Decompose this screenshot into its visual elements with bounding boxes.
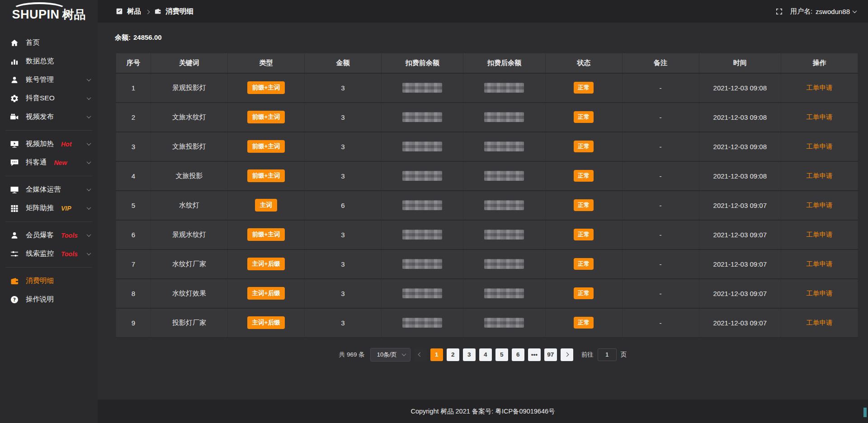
user-icon <box>10 231 19 240</box>
cell-amount: 3 <box>305 308 382 338</box>
footer: Copyright 树品 2021 备案号: 粤ICP备09019646号 <box>98 400 868 423</box>
wallet-icon <box>10 277 19 286</box>
page-button-1[interactable]: 1 <box>430 348 443 361</box>
sidebar-item-11[interactable]: 线索监控Tools <box>0 244 98 263</box>
cell-amount: 3 <box>305 249 382 279</box>
sidebar-item-2[interactable]: 数据总览 <box>0 52 98 70</box>
cell-status: 正常 <box>545 220 622 249</box>
masked-balance-before <box>402 288 442 298</box>
work-order-link[interactable]: 工单申请 <box>806 231 832 238</box>
type-badge: 前缀+主词 <box>247 169 285 182</box>
page-button-3[interactable]: 3 <box>463 348 476 361</box>
work-order-link[interactable]: 工单申请 <box>806 143 832 150</box>
username-value: zswodun88 <box>816 8 850 15</box>
column-header: 时间 <box>699 53 781 73</box>
sidebar-item-label: 会员爆客 <box>26 230 54 240</box>
cell-index: 2 <box>116 103 151 132</box>
sidebar-item-badge: New <box>54 159 67 166</box>
page-buttons: 123456•••97 <box>430 348 557 361</box>
type-badge: 前缀+主词 <box>247 228 285 241</box>
column-header: 关键词 <box>151 53 228 73</box>
app-logo[interactable]: SHUPIN 树品 <box>0 0 98 29</box>
column-header: 序号 <box>116 53 151 73</box>
page-size-select[interactable]: 10条/页 <box>370 348 410 362</box>
chevron-down-icon <box>87 251 91 255</box>
cell-note: - <box>622 161 699 191</box>
column-header: 类型 <box>228 53 305 73</box>
sidebar-item-7[interactable]: 抖客通New <box>0 153 98 172</box>
page-button-2[interactable]: 2 <box>447 348 459 361</box>
sidebar-item-12[interactable]: 消费明细 <box>0 272 98 290</box>
cell-pre-balance <box>382 132 463 161</box>
breadcrumb-root[interactable]: 树品 <box>127 7 141 16</box>
cell-post-balance <box>463 308 545 338</box>
fullscreen-icon[interactable] <box>775 8 783 15</box>
cell-action: 工单申请 <box>781 279 858 308</box>
cell-amount: 3 <box>305 132 382 161</box>
page-button-97[interactable]: 97 <box>544 348 557 361</box>
balance-label: 余额: <box>115 33 131 41</box>
sidebar-item-label: 首页 <box>26 38 40 47</box>
question-icon: ? <box>10 295 19 304</box>
scrollbar-thumb[interactable] <box>863 408 867 417</box>
sidebar-item-10[interactable]: 会员爆客Tools <box>0 226 98 244</box>
sidebar-item-label: 操作说明 <box>26 295 54 304</box>
cell-keyword: 景观水纹灯 <box>151 220 228 249</box>
user-menu[interactable]: 用户名: zswodun88 <box>790 7 856 16</box>
cell-post-balance <box>463 73 545 103</box>
sidebar-item-badge: Tools <box>61 232 78 239</box>
cell-type: 主词+后缀 <box>228 308 305 338</box>
work-order-link[interactable]: 工单申请 <box>806 290 832 297</box>
page-button-6[interactable]: 6 <box>512 348 524 361</box>
table-row: 7水纹灯厂家主词+后缀3正常-2021-12-03 09:07工单申请 <box>116 249 858 279</box>
cell-keyword: 水纹灯 <box>151 191 228 220</box>
goto-page-input[interactable] <box>598 348 617 361</box>
cell-status: 正常 <box>545 73 622 103</box>
cell-type: 主词+后缀 <box>228 279 305 308</box>
page-button-5[interactable]: 5 <box>495 348 508 361</box>
column-header: 扣费前余额 <box>382 53 463 73</box>
page-button-4[interactable]: 4 <box>479 348 492 361</box>
sidebar-item-1[interactable]: 首页 <box>0 33 98 52</box>
topbar: 树品 消费明细 用户名: zswodun88 <box>98 0 868 23</box>
cell-pre-balance <box>382 103 463 132</box>
chat-icon <box>10 158 19 167</box>
work-order-link[interactable]: 工单申请 <box>806 172 832 179</box>
chevron-down-icon <box>87 160 91 164</box>
next-page-button[interactable] <box>561 348 573 361</box>
sidebar-item-6[interactable]: 视频加热Hot <box>0 135 98 153</box>
sidebar-item-label: 线索监控 <box>26 249 54 258</box>
sidebar-item-13[interactable]: ?操作说明 <box>0 290 98 309</box>
status-badge: 正常 <box>574 82 594 94</box>
cell-time: 2021-12-03 09:08 <box>699 161 781 191</box>
balance-value: 24856.00 <box>133 33 162 41</box>
cell-post-balance <box>463 161 545 191</box>
status-badge: 正常 <box>574 199 594 211</box>
sidebar-item-8[interactable]: 全媒体运营 <box>0 180 98 199</box>
sidebar-item-4[interactable]: 抖音SEO <box>0 89 98 108</box>
work-order-link[interactable]: 工单申请 <box>806 319 832 326</box>
cell-keyword: 文旅水纹灯 <box>151 103 228 132</box>
cell-pre-balance <box>382 279 463 308</box>
work-order-link[interactable]: 工单申请 <box>806 84 832 91</box>
sidebar-item-label: 数据总览 <box>26 56 54 66</box>
cell-post-balance <box>463 103 545 132</box>
sidebar-item-3[interactable]: 账号管理 <box>0 70 98 89</box>
bar-chart-icon <box>10 57 19 66</box>
prev-page-button[interactable] <box>414 348 427 361</box>
type-badge: 主词+后缀 <box>247 316 285 329</box>
sidebar-item-9[interactable]: 矩阵助推VIP <box>0 199 98 217</box>
cell-time: 2021-12-03 09:07 <box>699 308 781 338</box>
page-size-label: 10条/页 <box>377 351 397 359</box>
cell-time: 2021-12-03 09:07 <box>699 191 781 220</box>
table-row: 6景观水纹灯前缀+主词3正常-2021-12-03 09:07工单申请 <box>116 220 858 249</box>
work-order-link[interactable]: 工单申请 <box>806 113 832 121</box>
page-ellipsis-button[interactable]: ••• <box>528 348 541 361</box>
status-badge: 正常 <box>574 170 594 182</box>
cell-note: - <box>622 191 699 220</box>
work-order-link[interactable]: 工单申请 <box>806 260 832 268</box>
sidebar-item-5[interactable]: 视频发布 <box>0 108 98 126</box>
work-order-link[interactable]: 工单申请 <box>806 202 832 209</box>
cell-status: 正常 <box>545 161 622 191</box>
sidebar-divider <box>5 130 92 131</box>
